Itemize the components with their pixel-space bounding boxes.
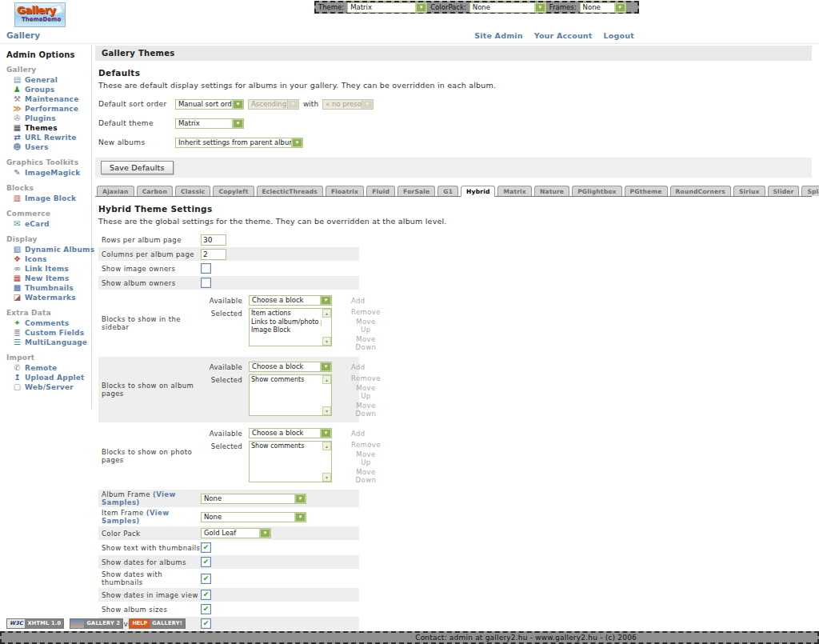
listbox-item[interactable]: Image Block [251, 326, 322, 335]
sidebar-item-upload-applet[interactable]: ↥Upload Applet [6, 373, 91, 382]
sidebar-item-plugins[interactable]: ✇Plugins [6, 114, 91, 123]
tab-ajaxian[interactable]: Ajaxian [97, 186, 134, 196]
tab-pglightbox[interactable]: PGlightbox [572, 186, 621, 196]
tab-slider[interactable]: Slider [768, 186, 800, 196]
new-albums-select[interactable]: Inherit settings from parent album▾ [175, 138, 303, 148]
sidebar-item-link-items[interactable]: ∞Link Items [6, 264, 91, 274]
default-sort-order-select[interactable]: Manual sort order▾ [175, 99, 244, 110]
setting-checkbox-show-dates-in-image-view[interactable]: ✔ [201, 590, 211, 600]
tab-siriux[interactable]: Siriux [733, 186, 765, 196]
tab-hybrid[interactable]: Hybrid [461, 186, 495, 197]
tab-eclecticthreads[interactable]: EclecticThreads [257, 186, 323, 196]
sidebar-item-icons[interactable]: ❖Icons [6, 254, 91, 264]
tab-floatrix[interactable]: Floatrix [326, 186, 364, 196]
scroll-down-icon[interactable]: ▾ [322, 406, 331, 415]
setting-checkbox-show-text-with-thumbnails[interactable]: ✔ [201, 542, 211, 553]
sidebar-item-multilanguage[interactable]: ☰MultiLanguage [6, 338, 91, 347]
scroll-up-icon[interactable]: ▴ [322, 309, 331, 318]
presort-select[interactable]: « no presort »▾ [322, 99, 374, 110]
frames-select[interactable]: None▾ [580, 2, 626, 13]
add-link[interactable]: Add [351, 428, 366, 438]
sidebar-item-web-server[interactable]: ▢Web/Server [6, 382, 91, 392]
move-down-link[interactable]: Move Down [351, 468, 381, 484]
w3c-badge[interactable]: W3CXHTML 1.0 [6, 618, 64, 629]
setting-checkbox-show-view-counts[interactable]: ✔ [201, 618, 211, 629]
tab-matrix[interactable]: Matrix [497, 186, 531, 196]
gallery-logo[interactable]: Gallery ThemeDemo [14, 2, 66, 27]
nav-link-logout[interactable]: Logout [604, 31, 634, 40]
sidebar-item-comments[interactable]: ✦Comments [6, 318, 91, 328]
nav-link-site-admin[interactable]: Site Admin [474, 31, 522, 40]
listbox-item[interactable]: Links to album/photo peers [251, 318, 322, 327]
tab-forsale[interactable]: ForSale [398, 186, 435, 196]
sidebar-item-imagemagick[interactable]: ✎ImageMagick [6, 168, 91, 178]
theme-select[interactable]: Matrix▾ [347, 2, 427, 13]
sidebar-item-themes[interactable]: ▦Themes [6, 123, 91, 133]
sidebar-item-general[interactable]: ▤General [6, 75, 91, 85]
listbox-item[interactable]: Item actions [251, 310, 322, 318]
scroll-down-icon[interactable]: ▾ [322, 337, 331, 346]
move-down-link[interactable]: Move Down [351, 402, 381, 418]
remove-link[interactable]: Remove [351, 308, 381, 316]
setting-checkbox-show-image-owners[interactable] [201, 263, 211, 274]
sidebar-item-users[interactable]: ☻Users [6, 142, 91, 152]
colorpack-select[interactable]: None▾ [469, 2, 546, 13]
sidebar-item-groups[interactable]: ♟Groups [6, 85, 91, 94]
add-link[interactable]: Add [351, 362, 366, 371]
selected-blocks-listbox[interactable]: Show comments▴▾ [249, 441, 332, 482]
setting-checkbox-show-dates-with-thumbnails[interactable]: ✔ [201, 574, 211, 584]
setting-input-columns-per-album-page[interactable] [201, 249, 226, 260]
tab-g1[interactable]: G1 [437, 186, 458, 196]
setting-select-album-frame[interactable]: None▾ [201, 494, 306, 504]
save-defaults-button[interactable]: Save Defaults [101, 161, 174, 174]
remove-link[interactable]: Remove [351, 374, 381, 382]
setting-checkbox-show-album-owners[interactable] [201, 278, 211, 288]
remove-link[interactable]: Remove [351, 441, 381, 449]
sort-direction-select[interactable]: Ascending▾ [248, 99, 299, 110]
tab-carbon[interactable]: Carbon [137, 186, 173, 196]
setting-checkbox-show-album-sizes[interactable]: ✔ [201, 604, 211, 614]
tab-splatbang[interactable]: Splatbang [801, 186, 819, 196]
sidebar-item-ecard[interactable]: ✉eCard [6, 219, 91, 229]
scroll-up-icon[interactable]: ▴ [322, 442, 331, 450]
tab-nature[interactable]: Nature [534, 186, 569, 196]
help-badge[interactable]: HELPGALLERY! [129, 618, 186, 629]
selected-blocks-listbox[interactable]: Show comments▴▾ [249, 374, 332, 416]
gallery-badge[interactable]: GALLERY 2 [70, 618, 123, 629]
listbox-item[interactable]: Show comments [251, 376, 322, 385]
tab-copyleft[interactable]: Copyleft [213, 186, 254, 196]
scroll-down-icon[interactable]: ▾ [322, 473, 331, 482]
choose-a-block-select[interactable]: Choose a block▾ [249, 428, 332, 438]
move-up-link[interactable]: Move Up [351, 384, 381, 400]
sidebar-item-dynamic-albums[interactable]: ▧Dynamic Albums [6, 245, 91, 254]
sidebar-item-maintenance[interactable]: ⚒Maintenance [6, 94, 91, 104]
default-theme-select[interactable]: Matrix▾ [175, 118, 244, 129]
setting-select-item-frame[interactable]: None▾ [201, 512, 306, 522]
tab-classic[interactable]: Classic [175, 186, 210, 196]
sidebar-item-url-rewrite[interactable]: ⇄URL Rewrite [6, 133, 91, 142]
sidebar-item-watermarks[interactable]: ◪Watermarks [6, 293, 91, 302]
sidebar-item-image-block[interactable]: ▥Image Block [6, 194, 91, 203]
sidebar-item-new-items[interactable]: ▦New Items [6, 274, 91, 283]
tab-roundcorners[interactable]: RoundCorners [670, 186, 731, 196]
listbox-item[interactable]: Show comments [251, 442, 322, 451]
selected-blocks-listbox[interactable]: Item actionsLinks to album/photo peersIm… [249, 308, 332, 346]
move-up-link[interactable]: Move Up [351, 318, 381, 334]
move-down-link[interactable]: Move Down [351, 335, 381, 351]
tab-fluid[interactable]: Fluid [366, 186, 395, 196]
add-link[interactable]: Add [351, 295, 366, 305]
move-up-link[interactable]: Move Up [351, 450, 381, 466]
tab-pgtheme[interactable]: PGtheme [625, 186, 668, 196]
sidebar-item-thumbnails[interactable]: ▩Thumbnails [6, 283, 91, 293]
choose-a-block-select[interactable]: Choose a block▾ [249, 362, 332, 372]
sidebar-item-remote[interactable]: ✆Remote [6, 363, 91, 373]
nav-link-your-account[interactable]: Your Account [534, 31, 593, 40]
choose-a-block-select[interactable]: Choose a block▾ [249, 295, 332, 306]
setting-checkbox-show-dates-for-albums[interactable]: ✔ [201, 557, 211, 567]
sidebar-item-custom-fields[interactable]: ≣Custom Fields [6, 328, 91, 338]
sidebar-item-performance[interactable]: ≫Performance [6, 104, 91, 114]
setting-select-color-pack[interactable]: Gold Leaf▾ [201, 528, 271, 538]
gallery-home-link[interactable]: Gallery [6, 30, 40, 40]
scroll-up-icon[interactable]: ▴ [322, 375, 331, 384]
setting-input-rows-per-album-page[interactable] [201, 234, 226, 246]
